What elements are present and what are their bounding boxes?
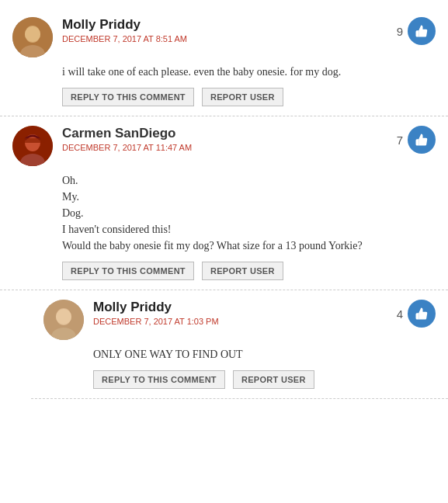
reply-button[interactable]: REPLY TO THIS COMMENT <box>93 370 225 389</box>
vote-area: 7 <box>397 126 436 154</box>
user-meta: Carmen SanDiego December 7, 2017 at 11:4… <box>62 126 387 152</box>
svg-rect-7 <box>20 138 45 143</box>
comment-header: Molly Priddy December 7, 2017 at 1:03 PM… <box>43 300 436 340</box>
svg-point-3 <box>25 26 40 42</box>
vote-count: 7 <box>397 134 403 147</box>
avatar <box>12 126 53 166</box>
like-button[interactable] <box>408 300 436 328</box>
vote-area: 9 <box>397 17 436 45</box>
user-meta: Molly Priddy December 7, 2017 at 1:03 PM <box>93 300 387 326</box>
avatar <box>43 300 84 340</box>
like-button[interactable] <box>408 126 436 154</box>
report-button[interactable]: REPORT USER <box>233 370 314 389</box>
date: December 7, 2017 at 1:03 PM <box>93 317 387 326</box>
comment-header: Carmen SanDiego December 7, 2017 at 11:4… <box>12 126 436 166</box>
comment-body: ONLY ONE WAY TO FIND OUT <box>93 346 436 363</box>
username: Carmen SanDiego <box>62 126 387 141</box>
vote-area: 4 <box>397 300 436 328</box>
username: Molly Priddy <box>93 300 387 315</box>
like-button[interactable] <box>408 17 436 45</box>
comment-body: Oh. My. Dog. I haven't considered this! … <box>62 172 436 254</box>
date: December 7, 2017 at 11:47 AM <box>62 143 387 152</box>
user-meta: Molly Priddy December 7, 2017 at 8:51 AM <box>62 17 387 43</box>
comment-1: Molly Priddy December 7, 2017 at 8:51 AM… <box>0 8 448 116</box>
avatar <box>12 17 53 57</box>
svg-point-11 <box>56 309 71 324</box>
report-button[interactable]: REPORT USER <box>202 262 283 280</box>
vote-count: 9 <box>397 25 403 38</box>
report-button[interactable]: REPORT USER <box>202 88 283 106</box>
comment-actions: REPLY TO THIS COMMENT REPORT USER <box>62 88 436 106</box>
reply-button[interactable]: REPLY TO THIS COMMENT <box>62 262 194 280</box>
comment-2: Carmen SanDiego December 7, 2017 at 11:4… <box>0 116 448 290</box>
username: Molly Priddy <box>62 17 387 33</box>
comment-header: Molly Priddy December 7, 2017 at 8:51 AM… <box>12 17 436 57</box>
comment-actions: REPLY TO THIS COMMENT REPORT USER <box>62 262 436 280</box>
comment-actions: REPLY TO THIS COMMENT REPORT USER <box>93 370 436 389</box>
date: December 7, 2017 at 8:51 AM <box>62 34 387 43</box>
comment-body: i will take one of each please. even the… <box>62 64 436 80</box>
comment-3: Molly Priddy December 7, 2017 at 1:03 PM… <box>31 290 448 399</box>
reply-button[interactable]: REPLY TO THIS COMMENT <box>62 88 194 106</box>
vote-count: 4 <box>397 307 403 321</box>
